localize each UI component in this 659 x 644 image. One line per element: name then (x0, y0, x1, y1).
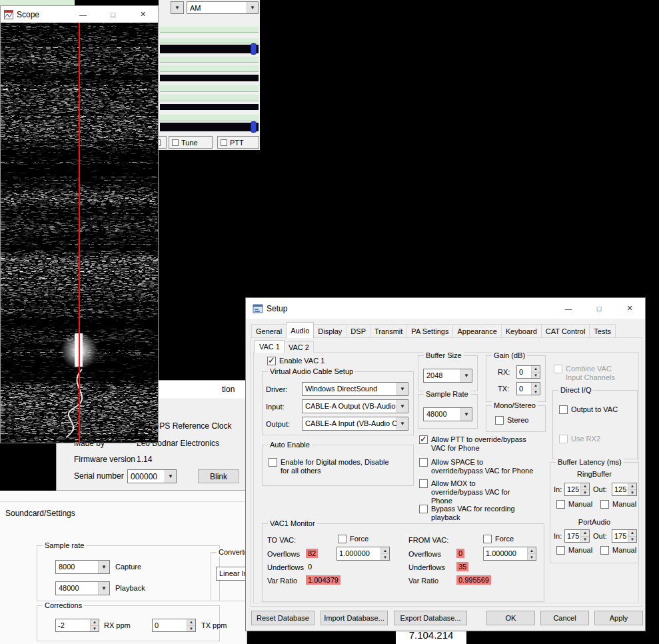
rb-in-manual-checkbox[interactable]: Manual (556, 500, 592, 509)
spin-down-icon[interactable]: ▼ (90, 626, 99, 632)
spin-up-icon[interactable]: ▲ (531, 383, 540, 389)
dropdown-icon[interactable]: ▼ (396, 417, 408, 430)
apply-button[interactable]: Apply (594, 611, 643, 625)
rb-out-manual-checkbox[interactable]: Manual (600, 500, 636, 509)
ok-button[interactable]: OK (486, 611, 535, 625)
to-vac-force-checkbox[interactable]: Force (338, 535, 368, 543)
checkbox-box[interactable] (221, 139, 227, 146)
maximize-button[interactable]: □ (98, 6, 128, 23)
converter-combo[interactable]: Linear Ir (216, 567, 247, 581)
spin-up-icon[interactable]: ▲ (580, 530, 589, 537)
spin-down-icon[interactable]: ▼ (380, 554, 389, 560)
checkbox-box[interactable] (419, 435, 428, 444)
slider-handle[interactable] (251, 121, 257, 133)
dropdown-icon[interactable]: ▼ (98, 582, 109, 595)
dropdown-icon[interactable]: ▼ (171, 2, 183, 13)
spin-down-icon[interactable]: ▼ (628, 490, 636, 496)
checkbox-box[interactable] (483, 535, 492, 543)
dropdown-icon[interactable]: ▼ (396, 400, 408, 413)
tx-ppm-spinner[interactable]: 0 ▲▼ (152, 619, 196, 632)
spin-down-icon[interactable]: ▼ (187, 626, 195, 632)
spin-up-icon[interactable]: ▲ (187, 619, 195, 626)
allow-ptt-checkbox[interactable]: Allow PTT to override/bypass VAC for Pho… (419, 435, 526, 453)
checkbox-box[interactable] (600, 500, 609, 509)
auto-enable-checkbox[interactable]: Enable for Digital modes, Disable for al… (269, 458, 389, 475)
checkbox-box[interactable] (159, 139, 161, 146)
blink-button[interactable]: Blink (198, 469, 239, 483)
combo-arrow-fragment[interactable]: ▼ (171, 1, 184, 14)
spin-down-icon[interactable]: ▼ (580, 537, 589, 543)
from-vac-force-checkbox[interactable]: Force (483, 535, 514, 543)
mode-combo[interactable]: AM ▼ (187, 1, 259, 14)
checkbox-box[interactable] (269, 458, 277, 467)
spin-up-icon[interactable]: ▲ (628, 530, 636, 537)
slider-handle[interactable] (251, 43, 257, 55)
reset-database-button[interactable]: Reset Database (251, 611, 315, 625)
close-button[interactable]: ✕ (128, 6, 158, 23)
dropdown-icon[interactable]: ▼ (98, 561, 109, 573)
checkbox-box[interactable] (419, 505, 428, 513)
allow-mox-checkbox[interactable]: Allow MOX to override/bypass VAC for Pho… (419, 479, 510, 505)
driver-combo[interactable]: Windows DirectSound ▼ (302, 382, 408, 396)
spin-up-icon[interactable]: ▲ (531, 366, 540, 373)
playback-rate-combo[interactable]: 48000 ▼ (55, 581, 110, 595)
checkbox-box[interactable] (559, 405, 568, 414)
dropdown-icon[interactable]: ▼ (460, 369, 472, 382)
spin-up-icon[interactable]: ▲ (90, 619, 99, 626)
spin-up-icon[interactable]: ▲ (580, 483, 589, 490)
pa-in-manual-checkbox[interactable]: Manual (556, 546, 592, 555)
checkbox-box[interactable] (559, 435, 568, 443)
slider-track[interactable] (160, 45, 259, 53)
output-combo[interactable]: CABLE-A Input (VB-Audio Ca ▼ (302, 417, 408, 431)
dropdown-icon[interactable]: ▼ (165, 470, 176, 483)
output-to-vac-checkbox[interactable]: Output to VAC (559, 405, 618, 414)
checkbox-box[interactable] (338, 535, 346, 543)
dropdown-icon[interactable]: ▼ (396, 383, 408, 395)
spin-down-icon[interactable]: ▼ (527, 554, 536, 560)
spin-down-icon[interactable]: ▼ (628, 537, 636, 543)
serial-combo[interactable]: 000000 ▼ (127, 469, 177, 483)
pa-out-spinner[interactable]: 175 ▲▼ (612, 529, 637, 543)
pa-out-manual-checkbox[interactable]: Manual (600, 546, 636, 555)
checkbox-box[interactable] (419, 458, 428, 467)
sample-rate-combo[interactable]: 48000 ▼ (423, 407, 472, 421)
import-database-button[interactable]: Import Database... (321, 611, 388, 625)
spin-down-icon[interactable]: ▼ (531, 373, 540, 379)
stereo-checkbox[interactable]: Stereo (495, 416, 528, 425)
rb-in-spinner[interactable]: 125 ▲▼ (564, 483, 590, 496)
rx-ppm-spinner[interactable]: -2 ▲▼ (55, 619, 99, 632)
export-database-button[interactable]: Export Database... (394, 611, 467, 625)
rx-gain-spinner[interactable]: 0 ▲▼ (516, 365, 540, 379)
buffer-size-combo[interactable]: 2048 ▼ (423, 369, 472, 383)
capture-rate-combo[interactable]: 8000 ▼ (55, 560, 110, 574)
checkbox-box[interactable] (267, 357, 276, 365)
tx-gain-spinner[interactable]: 0 ▲▼ (516, 382, 540, 395)
checkbox-box[interactable] (419, 479, 428, 488)
checkbox-box[interactable] (556, 500, 565, 509)
toggle-button-fragment[interactable] (159, 136, 167, 149)
dropdown-icon[interactable]: ▼ (247, 2, 258, 13)
pa-in-spinner[interactable]: 175 ▲▼ (564, 529, 590, 543)
tab-audio[interactable]: Audio (286, 322, 314, 338)
from-vac-ratio-spinner[interactable]: 1.000000 ▲▼ (483, 547, 536, 561)
spin-up-icon[interactable]: ▲ (527, 547, 536, 554)
spin-up-icon[interactable]: ▲ (628, 483, 636, 490)
checkbox-box[interactable] (600, 546, 609, 555)
checkbox-box[interactable] (556, 546, 565, 555)
bypass-recording-checkbox[interactable]: Bypass VAC for recording playback (419, 505, 515, 522)
ptt-button[interactable]: PTT (217, 136, 259, 149)
allow-space-checkbox[interactable]: Allow SPACE to override/bypass VAC for P… (419, 458, 533, 475)
input-combo[interactable]: CABLE-A Output (VB-Audio C ▼ (302, 399, 408, 413)
checkbox-box[interactable] (554, 365, 562, 373)
checkbox-box[interactable] (495, 416, 504, 425)
scope-titlebar[interactable]: Scope — □ ✕ (1, 6, 158, 23)
combine-vac-checkbox[interactable]: Combine VAC Input Channels (554, 365, 615, 382)
enable-vac1-checkbox[interactable]: Enable VAC 1 (267, 357, 325, 365)
checkbox-box[interactable] (172, 139, 179, 146)
use-rx2-checkbox[interactable]: Use RX2 (559, 435, 600, 443)
rb-out-spinner[interactable]: 125 ▲▼ (612, 483, 637, 496)
spin-up-icon[interactable]: ▲ (380, 547, 389, 554)
spin-down-icon[interactable]: ▼ (531, 389, 540, 395)
dropdown-icon[interactable]: ▼ (460, 408, 472, 421)
spin-down-icon[interactable]: ▼ (580, 490, 589, 496)
